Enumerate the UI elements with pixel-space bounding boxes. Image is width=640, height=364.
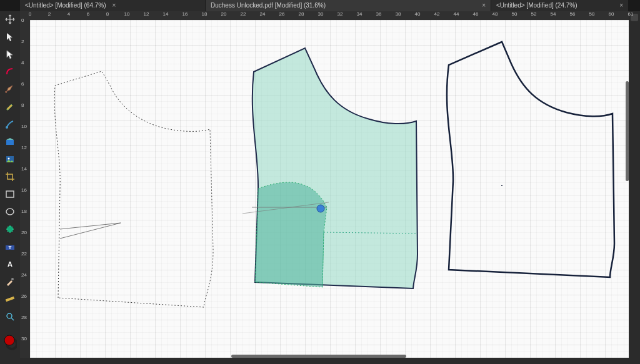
svg-point-5 (6, 209, 14, 215)
fill-tool[interactable] (3, 135, 17, 149)
measure-tool[interactable] (3, 292, 17, 306)
rectangle-tool[interactable] (3, 187, 17, 201)
svg-point-12 (7, 313, 12, 318)
svg-rect-1 (6, 140, 14, 145)
frame-text-tool[interactable]: A (3, 257, 17, 271)
svg-point-15 (501, 185, 502, 186)
crop-tool[interactable] (3, 170, 17, 184)
pattern-piece-left[interactable] (54, 71, 213, 307)
document-tab-2[interactable]: Duchess Unlocked.pdf [Modified] (31.6%) … (206, 0, 491, 11)
horizontal-scrollbar-thumb[interactable] (231, 355, 406, 358)
document-tab-1[interactable]: <Untitled> [Modified] (64.7%) × (20, 0, 206, 11)
node-tool[interactable] (3, 47, 17, 61)
document-tabbar: <Untitled> [Modified] (64.7%) × Duchess … (20, 0, 629, 11)
ellipse-tool[interactable] (3, 205, 17, 219)
pencil-tool[interactable] (3, 100, 17, 114)
svg-text:T: T (9, 245, 12, 250)
close-icon[interactable]: × (619, 0, 623, 11)
svg-point-0 (6, 126, 8, 129)
tab-label: Duchess Unlocked.pdf [Modified] (31.6%) (211, 0, 326, 11)
vertical-scrollbar-thumb[interactable] (626, 81, 629, 181)
control-node[interactable] (317, 205, 324, 212)
close-icon[interactable]: × (482, 0, 486, 11)
document-tab-3[interactable]: <Untitled> [Modified] (24.7%) × (491, 0, 629, 11)
svg-point-10 (11, 278, 14, 280)
pattern-piece-middle[interactable] (242, 48, 418, 288)
canvas[interactable] (30, 20, 629, 358)
tab-label: <Untitled> [Modified] (24.7%) (496, 0, 578, 11)
place-image-tool[interactable] (3, 152, 17, 166)
art-text-tool[interactable]: T (3, 240, 17, 253)
color-swatch[interactable] (3, 333, 17, 351)
right-panel-collapsed[interactable] (629, 11, 640, 358)
pattern-piece-right[interactable] (447, 42, 614, 277)
pen-tool[interactable] (3, 82, 17, 96)
status-bar (0, 358, 640, 364)
svg-point-14 (4, 335, 14, 345)
tab-label: <Untitled> [Modified] (64.7%) (25, 0, 106, 11)
artwork (30, 20, 629, 358)
vector-brush-tool[interactable] (3, 117, 17, 131)
zoom-tool[interactable] (3, 310, 17, 323)
move-tool[interactable] (3, 12, 17, 26)
svg-rect-4 (6, 191, 14, 197)
corner-tool[interactable] (3, 65, 17, 79)
svg-point-3 (8, 158, 10, 160)
app-root: <Untitled> [Modified] (64.7%) × Duchess … (0, 0, 640, 364)
color-picker-tool[interactable] (3, 275, 17, 288)
svg-text:A: A (8, 260, 12, 268)
tools-panel: T A (0, 11, 20, 358)
arrow-tool[interactable] (3, 30, 17, 44)
star-tool[interactable] (3, 222, 17, 236)
vertical-ruler[interactable]: 024681012141618202224262830 (20, 20, 30, 358)
svg-rect-11 (6, 297, 15, 302)
close-icon[interactable]: × (112, 0, 116, 11)
horizontal-ruler[interactable]: 0246810121416182022242628303234363840424… (30, 11, 629, 20)
